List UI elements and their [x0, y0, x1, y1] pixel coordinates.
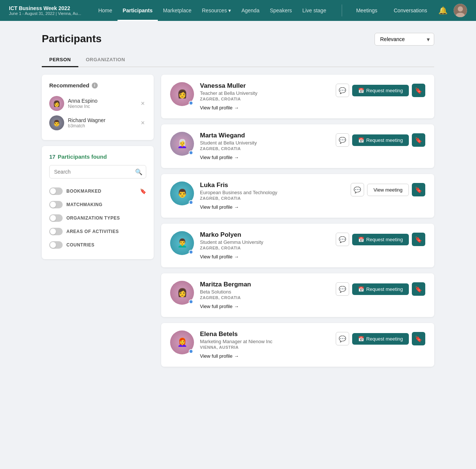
content-layout: Recommended i 👩 Anna Espino Nienow Inc × [42, 75, 434, 367]
participant-card-maritza: 👩 Maritza Bergman Beta Solutions ZAGREB,… [161, 273, 434, 317]
tab-person[interactable]: PERSON [42, 53, 78, 67]
message-button-marko[interactable]: 💬 [336, 233, 349, 246]
app-title: ICT Business Week 2022 [9, 5, 81, 11]
bookmark-button-maritza[interactable]: 🔖 [412, 282, 425, 296]
tab-organization[interactable]: ORGANIZATION [78, 53, 132, 67]
calendar-icon-maritza: 📅 [358, 286, 364, 292]
card-role-maritza: Beta Solutions [200, 289, 330, 295]
recommended-item-richard: 👨 Richard Wagner b3match × [49, 113, 146, 133]
toggle-areas-of-activities[interactable] [49, 228, 63, 235]
notification-bell-button[interactable]: 🔔 [438, 6, 448, 15]
filter-areas-of-activities-label: AREAS OF ACTIVITIES [66, 229, 146, 234]
online-dot-maritza [189, 299, 193, 304]
card-location-luka: ZAGREB, CROATIA [200, 196, 345, 201]
view-meeting-button-luka[interactable]: View meeting [367, 184, 409, 196]
card-location-elena: VIENNA, AUSTRIA [200, 345, 330, 350]
card-avatar-wrapper-elena: 👩‍🦰 [170, 330, 194, 354]
view-profile-elena[interactable]: View full profile → [200, 353, 239, 359]
search-icon: 🔍 [135, 169, 143, 175]
info-icon[interactable]: i [92, 83, 98, 88]
nav-participants[interactable]: Participants [118, 0, 158, 21]
nav-meetings[interactable]: Meetings [351, 0, 383, 21]
online-dot-elena [189, 349, 193, 354]
recommended-box: Recommended i 👩 Anna Espino Nienow Inc × [42, 75, 154, 140]
chat-icon-vanessa: 💬 [339, 87, 346, 94]
nav-speakers[interactable]: Speakers [264, 0, 297, 21]
recommended-item-anna: 👩 Anna Espino Nienow Inc × [49, 94, 146, 113]
card-role-marko: Student at Gemma University [200, 239, 330, 245]
search-button[interactable]: 🔍 [135, 168, 143, 176]
toggle-organization-types[interactable] [49, 214, 63, 222]
message-button-elena[interactable]: 💬 [336, 332, 349, 345]
participant-card-vanessa: 👩 Vanessa Muller Teacher at Bella Univer… [161, 75, 434, 118]
request-meeting-button-maritza[interactable]: 📅 Request meeting [352, 283, 409, 295]
card-info-vanessa: Vanessa Muller Teacher at Bella Universi… [200, 82, 330, 111]
bookmark-button-luka[interactable]: 🔖 [412, 183, 425, 196]
svg-point-1 [458, 6, 463, 12]
message-button-vanessa[interactable]: 💬 [336, 84, 349, 97]
card-name-marta: Marta Wiegand [200, 132, 330, 139]
message-button-marta[interactable]: 💬 [336, 133, 349, 147]
bookmark-fill-icon-marta: 🔖 [415, 137, 422, 144]
rec-close-richard[interactable]: × [139, 118, 146, 128]
view-profile-maritza[interactable]: View full profile → [200, 304, 239, 309]
card-actions-luka: 💬 View meeting 🔖 [351, 183, 425, 196]
bookmark-button-marta[interactable]: 🔖 [412, 133, 425, 147]
participant-card-marta: 👩‍🦳 Marta Wiegand Student at Bella Unive… [161, 124, 434, 168]
search-input[interactable] [49, 165, 146, 178]
card-name-vanessa: Vanessa Muller [200, 82, 330, 90]
rec-avatar-anna[interactable]: 👩 [49, 96, 64, 111]
request-meeting-button-marta[interactable]: 📅 Request meeting [352, 134, 409, 146]
online-dot-marko [189, 250, 193, 254]
toggle-matchmaking[interactable] [49, 201, 63, 208]
nav-divider [342, 4, 342, 16]
participant-card-elena: 👩‍🦰 Elena Betels Marketing Manager at Ni… [161, 323, 434, 367]
request-meeting-button-marko[interactable]: 📅 Request meeting [352, 234, 409, 245]
chat-icon-marta: 💬 [339, 137, 346, 144]
bookmark-icon: 🔖 [140, 188, 146, 194]
nav-conversations[interactable]: Conversations [389, 0, 433, 21]
request-meeting-button-vanessa[interactable]: 📅 Request meeting [352, 85, 409, 96]
nav-resources[interactable]: Resources ▾ [197, 0, 236, 21]
user-avatar[interactable] [454, 4, 467, 17]
nav-links: Home Participants Marketplace Resources … [93, 0, 331, 21]
bookmark-button-vanessa[interactable]: 🔖 [412, 84, 425, 97]
nav-brand: ICT Business Week 2022 June 1 - August 3… [9, 5, 81, 16]
toggle-countries[interactable] [49, 241, 63, 249]
arrow-right-icon-maritza: → [234, 304, 239, 309]
card-location-marta: ZAGREB, CROATIA [200, 146, 330, 151]
view-profile-luka[interactable]: View full profile → [200, 204, 239, 210]
rec-avatar-richard[interactable]: 👨 [49, 115, 64, 130]
card-avatar-wrapper-marko: 👨‍🦱 [170, 231, 194, 255]
nav-agenda[interactable]: Agenda [236, 0, 264, 21]
bookmark-button-elena[interactable]: 🔖 [412, 332, 425, 345]
nav-home[interactable]: Home [93, 0, 117, 21]
relevance-select-wrapper[interactable]: Relevance Name A-Z Name Z-A Most recent [375, 33, 434, 46]
relevance-select[interactable]: Relevance Name A-Z Name Z-A Most recent [375, 33, 434, 46]
rec-org-anna: Nienow Inc [68, 104, 135, 109]
card-name-elena: Elena Betels [200, 330, 330, 338]
arrow-right-icon-luka: → [234, 204, 239, 210]
bookmark-button-marko[interactable]: 🔖 [412, 233, 425, 246]
toggle-bookmarked[interactable] [49, 187, 63, 195]
rec-org-richard: b3match [68, 123, 135, 128]
message-button-maritza[interactable]: 💬 [336, 282, 349, 296]
participant-card-luka: 👨 Luka Fris European Business and Techno… [161, 174, 434, 218]
rec-close-anna[interactable]: × [139, 99, 146, 108]
view-profile-marko[interactable]: View full profile → [200, 254, 239, 260]
view-profile-vanessa[interactable]: View full profile → [200, 105, 239, 111]
chevron-down-icon: ▾ [228, 7, 231, 13]
bookmark-fill-icon: 🔖 [415, 87, 422, 94]
card-role-luka: European Business and Technology [200, 190, 345, 195]
main-container: Participants Relevance Name A-Z Name Z-A… [33, 21, 443, 379]
calendar-icon-marta: 📅 [358, 137, 364, 143]
message-button-luka[interactable]: 💬 [351, 183, 364, 196]
nav-livestage[interactable]: Live stage [297, 0, 332, 21]
rec-face-anna: 👩 [49, 96, 64, 111]
rec-info-richard: Richard Wagner b3match [68, 117, 135, 128]
card-info-maritza: Maritza Bergman Beta Solutions ZAGREB, C… [200, 281, 330, 310]
view-profile-marta[interactable]: View full profile → [200, 155, 239, 160]
request-meeting-button-elena[interactable]: 📅 Request meeting [352, 333, 409, 345]
nav-marketplace[interactable]: Marketplace [158, 0, 197, 21]
filter-bookmarked-label: BOOKMARKED [66, 189, 136, 194]
